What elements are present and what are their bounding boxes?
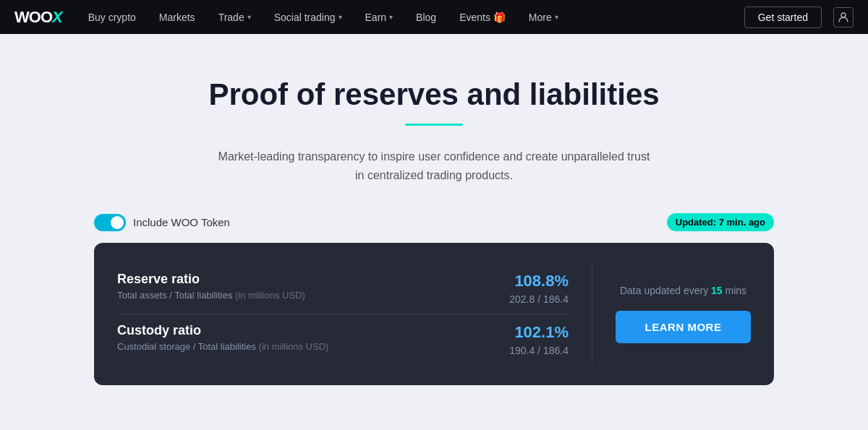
nav-social-trading[interactable]: Social trading ▾ (265, 0, 351, 34)
nav-blog[interactable]: Blog (407, 0, 445, 34)
controls-row: Include WOO Token Updated: 7 min. ago (94, 213, 774, 231)
chevron-down-icon: ▾ (247, 13, 251, 21)
custody-ratio-row: Custody ratio Custodial storage / Total … (117, 314, 569, 365)
custody-values: 102.1% 190.4 / 186.4 (509, 323, 569, 356)
update-note: Data updated every 15 mins (620, 285, 746, 296)
reserve-label-group: Reserve ratio Total assets / Total liabi… (117, 272, 305, 301)
reserve-subtitle: Total assets / Total liabilities (in mil… (117, 290, 305, 301)
logo-text: WOOX (14, 8, 62, 27)
navbar: WOOX Buy crypto Markets Trade ▾ Social t… (0, 0, 868, 34)
user-icon[interactable] (833, 7, 854, 27)
updated-badge: Updated: 7 min. ago (667, 213, 774, 231)
toggle-label: Include WOO Token (133, 216, 230, 228)
chevron-down-icon: ▾ (339, 13, 342, 21)
logo[interactable]: WOOX (14, 8, 62, 27)
nav-markets[interactable]: Markets (150, 0, 204, 34)
learn-more-button[interactable]: LEARN MORE (616, 311, 751, 343)
chevron-down-icon: ▾ (389, 13, 393, 21)
custody-label-group: Custody ratio Custodial storage / Total … (117, 323, 328, 352)
nav-earn[interactable]: Earn ▾ (357, 0, 402, 34)
data-card: Reserve ratio Total assets / Total liabi… (94, 243, 774, 385)
get-started-button[interactable]: Get started (744, 7, 822, 28)
chevron-down-icon: ▾ (555, 13, 558, 21)
data-right: Data updated every 15 mins LEARN MORE (592, 263, 751, 365)
custody-percent: 102.1% (509, 323, 569, 342)
reserve-values: 108.8% 202.8 / 186.4 (509, 272, 569, 305)
user-svg (838, 12, 849, 23)
woo-token-toggle[interactable] (94, 214, 126, 231)
nav-more[interactable]: More ▾ (520, 0, 567, 34)
nav-events[interactable]: Events 🎁 (451, 0, 514, 34)
data-left: Reserve ratio Total assets / Total liabi… (117, 263, 569, 365)
reserve-title: Reserve ratio (117, 272, 305, 287)
custody-subtitle: Custodial storage / Total liabilities (i… (117, 341, 328, 352)
reserve-ratio-row: Reserve ratio Total assets / Total liabi… (117, 263, 569, 314)
reserve-percent: 108.8% (509, 272, 569, 291)
reserve-numbers: 202.8 / 186.4 (509, 293, 569, 305)
title-underline (405, 124, 463, 126)
toggle-group: Include WOO Token (94, 214, 230, 231)
updated-prefix: Updated: (676, 217, 719, 228)
main-content: Proof of reserves and liabilities Market… (0, 34, 868, 430)
custody-title: Custody ratio (117, 323, 328, 338)
nav-trade[interactable]: Trade ▾ (210, 0, 260, 34)
page-title: Proof of reserves and liabilities (208, 77, 659, 112)
updated-value: 7 min. ago (719, 217, 765, 228)
page-subtitle: Market-leading transparency to inspire u… (217, 147, 651, 184)
svg-point-0 (841, 13, 846, 17)
nav-buy-crypto[interactable]: Buy crypto (80, 0, 145, 34)
custody-numbers: 190.4 / 186.4 (509, 345, 569, 356)
